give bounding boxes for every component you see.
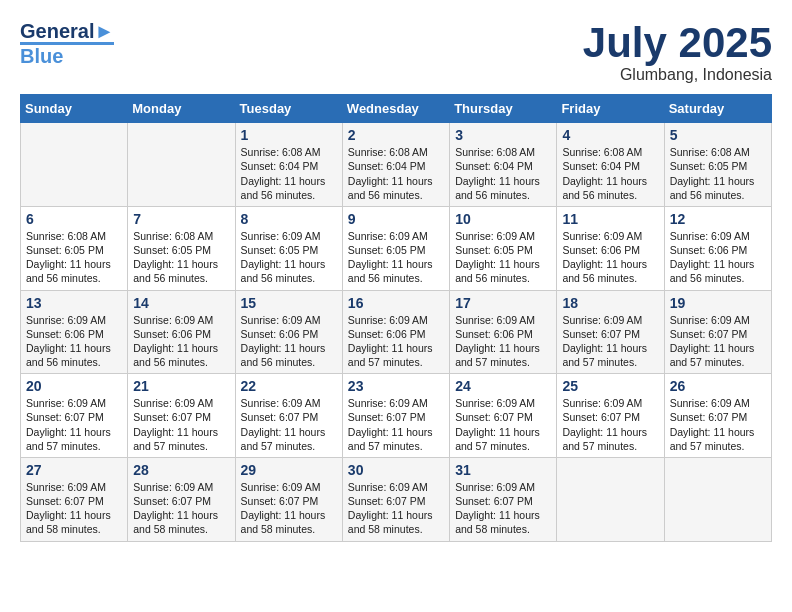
calendar-cell: 31Sunrise: 6:09 AMSunset: 6:07 PMDayligh… (450, 457, 557, 541)
calendar-cell: 21Sunrise: 6:09 AMSunset: 6:07 PMDayligh… (128, 374, 235, 458)
day-info: Sunrise: 6:09 AMSunset: 6:06 PMDaylight:… (133, 313, 229, 370)
calendar-week-4: 20Sunrise: 6:09 AMSunset: 6:07 PMDayligh… (21, 374, 772, 458)
calendar-cell: 20Sunrise: 6:09 AMSunset: 6:07 PMDayligh… (21, 374, 128, 458)
month-title: July 2025 (583, 20, 772, 66)
day-info: Sunrise: 6:09 AMSunset: 6:06 PMDaylight:… (562, 229, 658, 286)
day-number: 8 (241, 211, 337, 227)
calendar-cell (557, 457, 664, 541)
calendar-week-3: 13Sunrise: 6:09 AMSunset: 6:06 PMDayligh… (21, 290, 772, 374)
logo: General► Blue (20, 20, 114, 67)
day-number: 10 (455, 211, 551, 227)
calendar-cell: 26Sunrise: 6:09 AMSunset: 6:07 PMDayligh… (664, 374, 771, 458)
day-number: 20 (26, 378, 122, 394)
day-info: Sunrise: 6:08 AMSunset: 6:04 PMDaylight:… (455, 145, 551, 202)
calendar-cell: 13Sunrise: 6:09 AMSunset: 6:06 PMDayligh… (21, 290, 128, 374)
day-number: 5 (670, 127, 766, 143)
day-number: 15 (241, 295, 337, 311)
day-info: Sunrise: 6:09 AMSunset: 6:06 PMDaylight:… (26, 313, 122, 370)
calendar-cell: 8Sunrise: 6:09 AMSunset: 6:05 PMDaylight… (235, 206, 342, 290)
calendar-cell: 7Sunrise: 6:08 AMSunset: 6:05 PMDaylight… (128, 206, 235, 290)
calendar-cell (128, 123, 235, 207)
calendar-cell: 16Sunrise: 6:09 AMSunset: 6:06 PMDayligh… (342, 290, 449, 374)
day-number: 22 (241, 378, 337, 394)
day-number: 17 (455, 295, 551, 311)
calendar-cell: 12Sunrise: 6:09 AMSunset: 6:06 PMDayligh… (664, 206, 771, 290)
calendar-cell: 6Sunrise: 6:08 AMSunset: 6:05 PMDaylight… (21, 206, 128, 290)
day-info: Sunrise: 6:09 AMSunset: 6:07 PMDaylight:… (670, 396, 766, 453)
calendar-header-friday: Friday (557, 95, 664, 123)
title-block: July 2025 Glumbang, Indonesia (583, 20, 772, 84)
calendar-cell (664, 457, 771, 541)
calendar-cell: 5Sunrise: 6:08 AMSunset: 6:05 PMDaylight… (664, 123, 771, 207)
day-number: 4 (562, 127, 658, 143)
day-info: Sunrise: 6:09 AMSunset: 6:07 PMDaylight:… (133, 396, 229, 453)
day-number: 28 (133, 462, 229, 478)
calendar-header-row: SundayMondayTuesdayWednesdayThursdayFrid… (21, 95, 772, 123)
day-number: 29 (241, 462, 337, 478)
day-info: Sunrise: 6:08 AMSunset: 6:05 PMDaylight:… (26, 229, 122, 286)
day-info: Sunrise: 6:08 AMSunset: 6:04 PMDaylight:… (348, 145, 444, 202)
day-info: Sunrise: 6:09 AMSunset: 6:07 PMDaylight:… (670, 313, 766, 370)
day-number: 25 (562, 378, 658, 394)
calendar-cell (21, 123, 128, 207)
calendar-cell: 9Sunrise: 6:09 AMSunset: 6:05 PMDaylight… (342, 206, 449, 290)
day-number: 26 (670, 378, 766, 394)
day-info: Sunrise: 6:09 AMSunset: 6:06 PMDaylight:… (348, 313, 444, 370)
day-info: Sunrise: 6:09 AMSunset: 6:07 PMDaylight:… (241, 480, 337, 537)
logo-blue: Blue (20, 42, 114, 67)
calendar-cell: 30Sunrise: 6:09 AMSunset: 6:07 PMDayligh… (342, 457, 449, 541)
calendar-cell: 1Sunrise: 6:08 AMSunset: 6:04 PMDaylight… (235, 123, 342, 207)
calendar-header-wednesday: Wednesday (342, 95, 449, 123)
day-info: Sunrise: 6:09 AMSunset: 6:05 PMDaylight:… (455, 229, 551, 286)
day-info: Sunrise: 6:09 AMSunset: 6:07 PMDaylight:… (26, 396, 122, 453)
day-info: Sunrise: 6:09 AMSunset: 6:05 PMDaylight:… (348, 229, 444, 286)
day-number: 2 (348, 127, 444, 143)
logo-general: General► (20, 20, 114, 42)
day-info: Sunrise: 6:09 AMSunset: 6:05 PMDaylight:… (241, 229, 337, 286)
day-info: Sunrise: 6:09 AMSunset: 6:07 PMDaylight:… (133, 480, 229, 537)
calendar-header-sunday: Sunday (21, 95, 128, 123)
calendar-cell: 25Sunrise: 6:09 AMSunset: 6:07 PMDayligh… (557, 374, 664, 458)
location: Glumbang, Indonesia (583, 66, 772, 84)
calendar-cell: 11Sunrise: 6:09 AMSunset: 6:06 PMDayligh… (557, 206, 664, 290)
calendar-cell: 19Sunrise: 6:09 AMSunset: 6:07 PMDayligh… (664, 290, 771, 374)
day-number: 14 (133, 295, 229, 311)
day-number: 1 (241, 127, 337, 143)
calendar-cell: 2Sunrise: 6:08 AMSunset: 6:04 PMDaylight… (342, 123, 449, 207)
calendar-cell: 10Sunrise: 6:09 AMSunset: 6:05 PMDayligh… (450, 206, 557, 290)
day-number: 23 (348, 378, 444, 394)
calendar-header-thursday: Thursday (450, 95, 557, 123)
day-info: Sunrise: 6:09 AMSunset: 6:07 PMDaylight:… (348, 396, 444, 453)
day-info: Sunrise: 6:09 AMSunset: 6:07 PMDaylight:… (562, 396, 658, 453)
day-info: Sunrise: 6:09 AMSunset: 6:07 PMDaylight:… (455, 480, 551, 537)
calendar-cell: 14Sunrise: 6:09 AMSunset: 6:06 PMDayligh… (128, 290, 235, 374)
calendar-week-1: 1Sunrise: 6:08 AMSunset: 6:04 PMDaylight… (21, 123, 772, 207)
calendar-cell: 27Sunrise: 6:09 AMSunset: 6:07 PMDayligh… (21, 457, 128, 541)
calendar-cell: 3Sunrise: 6:08 AMSunset: 6:04 PMDaylight… (450, 123, 557, 207)
calendar-table: SundayMondayTuesdayWednesdayThursdayFrid… (20, 94, 772, 541)
calendar-cell: 29Sunrise: 6:09 AMSunset: 6:07 PMDayligh… (235, 457, 342, 541)
day-number: 3 (455, 127, 551, 143)
day-info: Sunrise: 6:09 AMSunset: 6:06 PMDaylight:… (455, 313, 551, 370)
calendar-cell: 4Sunrise: 6:08 AMSunset: 6:04 PMDaylight… (557, 123, 664, 207)
day-number: 18 (562, 295, 658, 311)
day-number: 31 (455, 462, 551, 478)
day-info: Sunrise: 6:09 AMSunset: 6:07 PMDaylight:… (455, 396, 551, 453)
day-info: Sunrise: 6:09 AMSunset: 6:07 PMDaylight:… (348, 480, 444, 537)
calendar-body: 1Sunrise: 6:08 AMSunset: 6:04 PMDaylight… (21, 123, 772, 541)
day-number: 11 (562, 211, 658, 227)
day-info: Sunrise: 6:09 AMSunset: 6:07 PMDaylight:… (241, 396, 337, 453)
day-info: Sunrise: 6:08 AMSunset: 6:05 PMDaylight:… (670, 145, 766, 202)
calendar-cell: 15Sunrise: 6:09 AMSunset: 6:06 PMDayligh… (235, 290, 342, 374)
day-number: 19 (670, 295, 766, 311)
calendar-week-5: 27Sunrise: 6:09 AMSunset: 6:07 PMDayligh… (21, 457, 772, 541)
calendar-week-2: 6Sunrise: 6:08 AMSunset: 6:05 PMDaylight… (21, 206, 772, 290)
page-header: General► Blue July 2025 Glumbang, Indone… (20, 20, 772, 84)
calendar-header-monday: Monday (128, 95, 235, 123)
day-number: 7 (133, 211, 229, 227)
day-number: 13 (26, 295, 122, 311)
calendar-cell: 22Sunrise: 6:09 AMSunset: 6:07 PMDayligh… (235, 374, 342, 458)
day-number: 12 (670, 211, 766, 227)
day-number: 24 (455, 378, 551, 394)
calendar-cell: 24Sunrise: 6:09 AMSunset: 6:07 PMDayligh… (450, 374, 557, 458)
